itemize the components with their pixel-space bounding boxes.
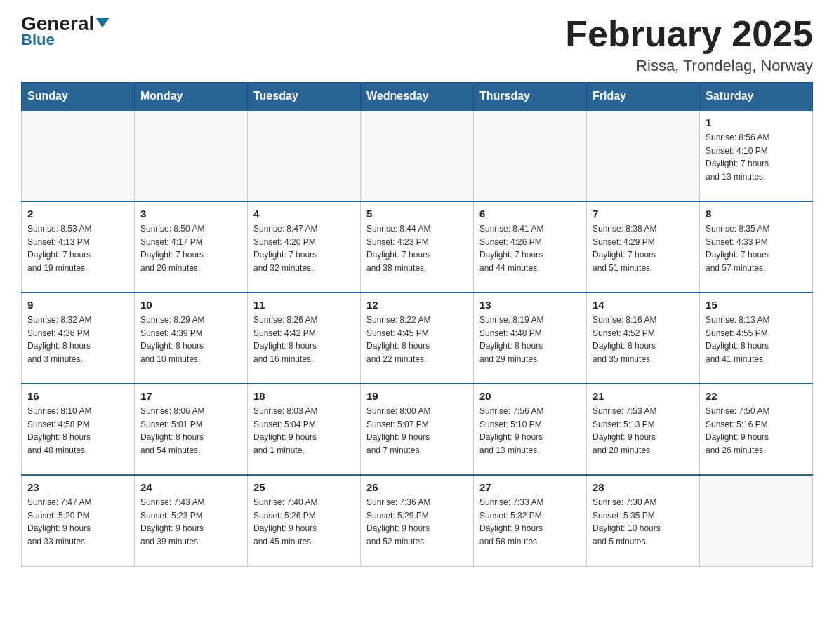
day-info: Sunrise: 8:56 AM Sunset: 4:10 PM Dayligh… bbox=[706, 131, 807, 183]
day-number: 15 bbox=[706, 299, 807, 311]
day-info: Sunrise: 8:16 AM Sunset: 4:52 PM Dayligh… bbox=[593, 314, 694, 365]
calendar-week-row: 2Sunrise: 8:53 AM Sunset: 4:13 PM Daylig… bbox=[22, 201, 813, 293]
title-block: February 2025 Rissa, Trondelag, Norway bbox=[565, 14, 813, 75]
calendar-cell bbox=[587, 110, 700, 201]
calendar-cell bbox=[135, 110, 248, 201]
day-info: Sunrise: 8:38 AM Sunset: 4:29 PM Dayligh… bbox=[593, 222, 694, 274]
day-info: Sunrise: 8:00 AM Sunset: 5:07 PM Dayligh… bbox=[366, 405, 468, 457]
header-thursday: Thursday bbox=[474, 83, 587, 111]
day-info: Sunrise: 7:50 AM Sunset: 5:16 PM Dayligh… bbox=[706, 405, 807, 457]
day-number: 16 bbox=[27, 390, 128, 402]
day-info: Sunrise: 8:19 AM Sunset: 4:48 PM Dayligh… bbox=[479, 314, 581, 365]
day-info: Sunrise: 7:56 AM Sunset: 5:10 PM Dayligh… bbox=[479, 405, 581, 457]
calendar-cell: 14Sunrise: 8:16 AM Sunset: 4:52 PM Dayli… bbox=[587, 293, 700, 384]
day-info: Sunrise: 7:30 AM Sunset: 5:35 PM Dayligh… bbox=[593, 496, 694, 548]
calendar-cell: 4Sunrise: 8:47 AM Sunset: 4:20 PM Daylig… bbox=[248, 201, 361, 293]
calendar-cell bbox=[248, 110, 361, 201]
weekday-header-row: Sunday Monday Tuesday Wednesday Thursday… bbox=[22, 83, 813, 111]
calendar-cell: 18Sunrise: 8:03 AM Sunset: 5:04 PM Dayli… bbox=[248, 384, 361, 475]
day-info: Sunrise: 8:06 AM Sunset: 5:01 PM Dayligh… bbox=[140, 405, 241, 457]
day-info: Sunrise: 7:36 AM Sunset: 5:29 PM Dayligh… bbox=[366, 496, 468, 548]
day-number: 10 bbox=[140, 299, 241, 311]
day-info: Sunrise: 8:26 AM Sunset: 4:42 PM Dayligh… bbox=[253, 314, 355, 365]
day-number: 4 bbox=[253, 208, 355, 220]
day-number: 12 bbox=[366, 299, 468, 311]
calendar-cell: 12Sunrise: 8:22 AM Sunset: 4:45 PM Dayli… bbox=[361, 293, 474, 384]
day-info: Sunrise: 7:47 AM Sunset: 5:20 PM Dayligh… bbox=[27, 496, 128, 548]
calendar-week-row: 16Sunrise: 8:10 AM Sunset: 4:58 PM Dayli… bbox=[22, 384, 813, 475]
day-number: 9 bbox=[27, 299, 128, 311]
calendar-week-row: 9Sunrise: 8:32 AM Sunset: 4:36 PM Daylig… bbox=[22, 293, 813, 384]
calendar-cell: 2Sunrise: 8:53 AM Sunset: 4:13 PM Daylig… bbox=[22, 201, 135, 293]
day-info: Sunrise: 8:53 AM Sunset: 4:13 PM Dayligh… bbox=[27, 222, 128, 274]
calendar-cell: 23Sunrise: 7:47 AM Sunset: 5:20 PM Dayli… bbox=[22, 475, 135, 566]
day-number: 1 bbox=[706, 116, 807, 128]
day-number: 25 bbox=[253, 481, 355, 493]
calendar-cell: 28Sunrise: 7:30 AM Sunset: 5:35 PM Dayli… bbox=[587, 475, 700, 566]
day-number: 21 bbox=[593, 390, 694, 402]
day-number: 3 bbox=[140, 208, 241, 220]
calendar-cell: 17Sunrise: 8:06 AM Sunset: 5:01 PM Dayli… bbox=[135, 384, 248, 475]
header-wednesday: Wednesday bbox=[361, 83, 474, 111]
day-number: 23 bbox=[27, 481, 128, 493]
day-info: Sunrise: 8:32 AM Sunset: 4:36 PM Dayligh… bbox=[27, 314, 128, 365]
day-info: Sunrise: 8:47 AM Sunset: 4:20 PM Dayligh… bbox=[253, 222, 355, 274]
day-number: 13 bbox=[479, 299, 581, 311]
calendar-cell: 22Sunrise: 7:50 AM Sunset: 5:16 PM Dayli… bbox=[700, 384, 813, 475]
calendar-cell: 10Sunrise: 8:29 AM Sunset: 4:39 PM Dayli… bbox=[135, 293, 248, 384]
calendar-week-row: 1Sunrise: 8:56 AM Sunset: 4:10 PM Daylig… bbox=[22, 110, 813, 201]
calendar-cell: 20Sunrise: 7:56 AM Sunset: 5:10 PM Dayli… bbox=[474, 384, 587, 475]
header-sunday: Sunday bbox=[22, 83, 135, 111]
calendar-cell bbox=[700, 475, 813, 566]
calendar-cell: 8Sunrise: 8:35 AM Sunset: 4:33 PM Daylig… bbox=[700, 201, 813, 293]
calendar-cell bbox=[474, 110, 587, 201]
logo-blue: Blue bbox=[21, 31, 55, 49]
day-number: 20 bbox=[479, 390, 581, 402]
day-info: Sunrise: 8:44 AM Sunset: 4:23 PM Dayligh… bbox=[366, 222, 468, 274]
day-number: 7 bbox=[593, 208, 694, 220]
day-number: 24 bbox=[140, 481, 241, 493]
calendar-cell: 19Sunrise: 8:00 AM Sunset: 5:07 PM Dayli… bbox=[361, 384, 474, 475]
calendar-cell: 13Sunrise: 8:19 AM Sunset: 4:48 PM Dayli… bbox=[474, 293, 587, 384]
calendar-cell: 24Sunrise: 7:43 AM Sunset: 5:23 PM Dayli… bbox=[135, 475, 248, 566]
day-number: 14 bbox=[593, 299, 694, 311]
day-info: Sunrise: 8:35 AM Sunset: 4:33 PM Dayligh… bbox=[706, 222, 807, 274]
day-number: 27 bbox=[479, 481, 581, 493]
day-info: Sunrise: 7:43 AM Sunset: 5:23 PM Dayligh… bbox=[140, 496, 241, 548]
calendar-cell: 21Sunrise: 7:53 AM Sunset: 5:13 PM Dayli… bbox=[587, 384, 700, 475]
header-saturday: Saturday bbox=[700, 83, 813, 111]
day-number: 2 bbox=[27, 208, 128, 220]
header-monday: Monday bbox=[135, 83, 248, 111]
calendar-title: February 2025 bbox=[565, 14, 813, 54]
day-number: 19 bbox=[366, 390, 468, 402]
calendar-table: Sunday Monday Tuesday Wednesday Thursday… bbox=[21, 82, 813, 567]
day-number: 17 bbox=[140, 390, 241, 402]
day-info: Sunrise: 8:29 AM Sunset: 4:39 PM Dayligh… bbox=[140, 314, 241, 365]
day-info: Sunrise: 7:53 AM Sunset: 5:13 PM Dayligh… bbox=[593, 405, 694, 457]
day-number: 28 bbox=[593, 481, 694, 493]
calendar-cell: 6Sunrise: 8:41 AM Sunset: 4:26 PM Daylig… bbox=[474, 201, 587, 293]
calendar-cell: 26Sunrise: 7:36 AM Sunset: 5:29 PM Dayli… bbox=[361, 475, 474, 566]
logo-triangle-icon bbox=[95, 18, 110, 27]
calendar-week-row: 23Sunrise: 7:47 AM Sunset: 5:20 PM Dayli… bbox=[22, 475, 813, 566]
page-header: General Blue February 2025 Rissa, Tronde… bbox=[21, 14, 813, 75]
day-number: 22 bbox=[706, 390, 807, 402]
calendar-cell: 16Sunrise: 8:10 AM Sunset: 4:58 PM Dayli… bbox=[22, 384, 135, 475]
header-friday: Friday bbox=[587, 83, 700, 111]
day-info: Sunrise: 8:10 AM Sunset: 4:58 PM Dayligh… bbox=[27, 405, 128, 457]
day-number: 11 bbox=[253, 299, 355, 311]
calendar-subtitle: Rissa, Trondelag, Norway bbox=[565, 57, 813, 75]
day-number: 5 bbox=[366, 208, 468, 220]
day-info: Sunrise: 8:41 AM Sunset: 4:26 PM Dayligh… bbox=[479, 222, 581, 274]
calendar-cell: 7Sunrise: 8:38 AM Sunset: 4:29 PM Daylig… bbox=[587, 201, 700, 293]
header-tuesday: Tuesday bbox=[248, 83, 361, 111]
day-info: Sunrise: 8:50 AM Sunset: 4:17 PM Dayligh… bbox=[140, 222, 241, 274]
calendar-cell: 3Sunrise: 8:50 AM Sunset: 4:17 PM Daylig… bbox=[135, 201, 248, 293]
calendar-cell bbox=[361, 110, 474, 201]
day-number: 8 bbox=[706, 208, 807, 220]
day-number: 6 bbox=[479, 208, 581, 220]
calendar-cell: 27Sunrise: 7:33 AM Sunset: 5:32 PM Dayli… bbox=[474, 475, 587, 566]
day-info: Sunrise: 7:33 AM Sunset: 5:32 PM Dayligh… bbox=[479, 496, 581, 548]
calendar-cell: 5Sunrise: 8:44 AM Sunset: 4:23 PM Daylig… bbox=[361, 201, 474, 293]
day-info: Sunrise: 8:22 AM Sunset: 4:45 PM Dayligh… bbox=[366, 314, 468, 365]
